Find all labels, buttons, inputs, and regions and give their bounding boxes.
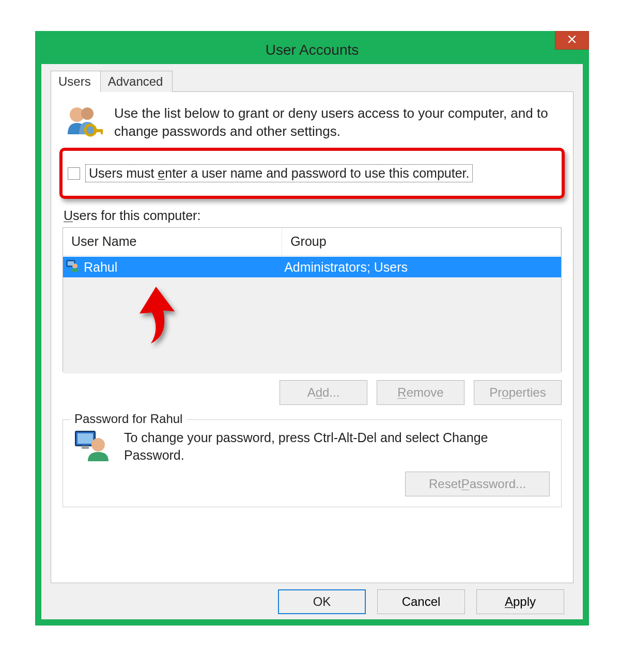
cancel-button[interactable]: Cancel <box>377 589 465 614</box>
user-account-icon <box>66 259 80 275</box>
tab-panel-users: Use the list below to grant or deny user… <box>51 91 574 583</box>
svg-point-1 <box>81 107 94 120</box>
arrow-annotation-icon <box>130 285 182 349</box>
users-key-icon <box>64 104 104 143</box>
list-cell-group: Administrators; Users <box>282 260 561 275</box>
apply-button[interactable]: Apply <box>476 589 564 614</box>
users-list-label: Users for this computer: <box>64 208 562 223</box>
ok-button[interactable]: OK <box>278 589 366 614</box>
properties-button[interactable]: Properties <box>474 380 562 405</box>
svg-point-11 <box>91 438 105 451</box>
svg-point-7 <box>72 263 78 269</box>
list-cell-user: Rahul <box>84 260 117 275</box>
password-instruction-text: To change your password, press Ctrl-Alt-… <box>124 429 550 464</box>
reset-password-button[interactable]: Reset Password... <box>405 472 550 496</box>
dialog-footer: OK Cancel Apply <box>51 583 574 614</box>
list-row[interactable]: Rahul Administrators; Users <box>63 257 561 277</box>
window-title: User Accounts <box>266 42 359 58</box>
tab-users[interactable]: Users <box>51 71 101 92</box>
tab-strip: Users Advanced <box>51 70 574 91</box>
column-user-name[interactable]: User Name <box>63 228 282 255</box>
titlebar: User Accounts <box>40 36 584 64</box>
require-login-label[interactable]: Users must enter a user name and passwor… <box>85 164 473 182</box>
add-button[interactable]: Add... <box>280 380 367 405</box>
user-accounts-window: User Accounts Users Advanced <box>35 31 589 626</box>
password-group-legend: Password for Rahul <box>70 412 187 426</box>
highlight-annotation: Users must enter a user name and passwor… <box>59 148 565 199</box>
user-monitor-icon <box>74 429 112 464</box>
intro-text: Use the list below to grant or deny user… <box>114 104 561 140</box>
svg-rect-4 <box>101 129 103 134</box>
close-button[interactable] <box>555 31 589 50</box>
svg-rect-10 <box>82 446 89 449</box>
tab-advanced[interactable]: Advanced <box>100 71 173 92</box>
close-icon <box>568 35 576 45</box>
remove-button[interactable]: Remove <box>377 380 464 405</box>
list-header: User Name Group <box>63 228 561 256</box>
svg-rect-9 <box>78 433 93 444</box>
users-list[interactable]: User Name Group <box>63 227 562 372</box>
password-groupbox: Password for Rahul To change your pa <box>63 419 562 507</box>
column-group[interactable]: Group <box>282 228 561 255</box>
require-login-checkbox[interactable] <box>68 167 80 180</box>
